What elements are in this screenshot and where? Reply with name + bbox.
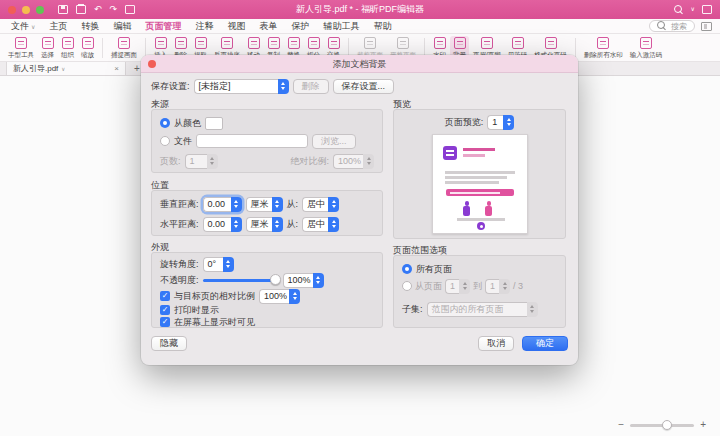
chevron-down-icon[interactable]: ∨ <box>691 5 695 14</box>
illustration-figure <box>463 206 470 216</box>
stepper-arrows-icon[interactable] <box>231 197 242 212</box>
tab-label: 新人引导.pdf <box>13 63 58 74</box>
rotation-stepper[interactable]: 0° <box>203 257 234 272</box>
hand-tool-icon <box>15 37 27 49</box>
hide-button[interactable]: 隐藏 <box>151 336 187 351</box>
page-preview-stepper[interactable]: 1 <box>487 115 514 130</box>
zoom-out-button[interactable]: − <box>618 420 624 430</box>
reading-view-icon[interactable] <box>701 22 712 31</box>
opacity-slider-knob[interactable] <box>270 274 281 285</box>
dialog-title: 添加文档背景 <box>141 58 578 71</box>
relative-scale-checkbox[interactable]: ✓ <box>160 291 170 301</box>
opacity-stepper[interactable]: 100% <box>283 273 324 288</box>
zoom-slider[interactable] <box>630 424 694 427</box>
delete-icon <box>175 37 187 49</box>
popup-arrows-icon[interactable] <box>328 217 339 232</box>
document-logo-icon <box>443 146 457 160</box>
cancel-button[interactable]: 取消 <box>478 336 514 351</box>
insert-icon <box>155 37 167 49</box>
menu-item-help[interactable]: 帮助 <box>366 19 398 33</box>
toolbar-item-snapshot[interactable]: 捕捉画面 <box>108 36 140 61</box>
page-range-radio[interactable] <box>402 281 412 291</box>
stepper-arrows-icon[interactable] <box>289 289 300 304</box>
popup-arrows-icon[interactable] <box>272 217 283 232</box>
vertical-from-select[interactable]: 居中 <box>302 197 339 212</box>
popup-arrows-icon[interactable] <box>272 197 283 212</box>
watermark-icon <box>434 37 446 49</box>
color-well[interactable] <box>205 117 223 130</box>
popup-arrows-icon[interactable] <box>328 197 339 212</box>
account-icon[interactable] <box>702 5 712 14</box>
email-icon[interactable] <box>125 5 135 14</box>
stepper-arrows-icon[interactable] <box>231 217 242 232</box>
snapshot-icon <box>118 37 130 49</box>
stepper-arrows-icon[interactable] <box>313 273 324 288</box>
stepper-arrows-icon <box>459 279 470 294</box>
menu-item-view[interactable]: 视图 <box>220 19 252 33</box>
from-color-radio[interactable] <box>160 118 170 128</box>
save-settings-select[interactable]: [未指定] <box>194 79 289 94</box>
toolbar-item-select[interactable]: 选择 <box>38 36 57 61</box>
stepper-arrows-icon <box>363 154 374 169</box>
swap-icon <box>328 37 340 49</box>
zoom-in-button[interactable]: + <box>700 420 706 430</box>
bates-icon <box>512 37 524 49</box>
stepper-arrows-icon[interactable] <box>503 115 514 130</box>
save-icon[interactable] <box>58 5 68 14</box>
window-zoom-button[interactable] <box>36 6 44 14</box>
window-close-button[interactable] <box>8 6 16 14</box>
menu-item-convert[interactable]: 转换 <box>74 19 106 33</box>
search-icon[interactable] <box>674 5 684 15</box>
menu-item-page-management[interactable]: 页面管理 <box>138 19 188 33</box>
menu-item-accessibility[interactable]: 辅助工具 <box>316 19 366 33</box>
search-box[interactable]: 搜索 <box>649 20 695 32</box>
popup-arrows-icon <box>278 79 289 94</box>
toolbar-item-remove-all-watermarks[interactable]: 删除所有水印 <box>581 36 626 61</box>
menu-item-form[interactable]: 表单 <box>252 19 284 33</box>
print-icon[interactable] <box>76 5 86 14</box>
chevron-down-icon[interactable]: ∨ <box>61 66 65 72</box>
zoom-slider-knob[interactable] <box>662 420 672 430</box>
save-settings-button[interactable]: 保存设置... <box>333 79 395 94</box>
vertical-unit-select[interactable]: 厘米 <box>246 197 283 212</box>
horizontal-distance-stepper[interactable]: 0.00 <box>203 217 242 232</box>
file-path-input[interactable] <box>196 134 308 148</box>
from-color-label: 从颜色 <box>174 117 201 130</box>
from-file-radio[interactable] <box>160 136 170 146</box>
ok-button[interactable]: 确定 <box>522 336 568 351</box>
opacity-slider[interactable] <box>203 279 279 282</box>
menu-item-protect[interactable]: 保护 <box>284 19 316 33</box>
vertical-distance-label: 垂直距离: <box>160 198 199 211</box>
document-tab[interactable]: 新人引导.pdf ∨ × <box>6 62 126 75</box>
horizontal-distance-label: 水平距离: <box>160 218 199 231</box>
menu-item-edit[interactable]: 编辑 <box>106 19 138 33</box>
window-title: 新人引导.pdf * - 福昕PDF编辑器 <box>296 3 424 16</box>
vertical-from-label: 从: <box>287 198 299 211</box>
crop-pages-icon <box>364 37 376 49</box>
illustration-figure <box>485 206 492 216</box>
search-icon <box>657 21 667 31</box>
toolbar-item-zoom[interactable]: 缩放 <box>78 36 97 61</box>
menu-item-file[interactable]: 文件∨ <box>4 19 42 33</box>
toolbar-item-enter-activation-code[interactable]: 输入激活码 <box>627 36 666 61</box>
menu-item-home[interactable]: 主页 <box>42 19 74 33</box>
reverse-order-icon <box>221 37 233 49</box>
horizontal-from-label: 从: <box>287 218 299 231</box>
undo-icon[interactable]: ↶ <box>94 5 102 14</box>
horizontal-from-select[interactable]: 居中 <box>302 217 339 232</box>
relative-scale-stepper[interactable]: 100% <box>259 289 300 304</box>
toolbar-item-organize[interactable]: 组织 <box>58 36 77 61</box>
all-pages-radio[interactable] <box>402 264 412 274</box>
page-preview-label: 页面预览: <box>445 116 484 129</box>
menu-item-comment[interactable]: 注释 <box>188 19 220 33</box>
close-tab-icon[interactable]: × <box>114 64 119 73</box>
horizontal-unit-select[interactable]: 厘米 <box>246 217 283 232</box>
window-minimize-button[interactable] <box>22 6 30 14</box>
menubar: 文件∨主页转换编辑页面管理注释视图表单保护辅助工具帮助 搜索 <box>0 19 720 34</box>
redo-icon[interactable]: ↷ <box>110 5 118 14</box>
stepper-arrows-icon[interactable] <box>223 257 234 272</box>
toolbar-item-hand-tool[interactable]: 手型工具 <box>5 36 37 61</box>
show-on-screen-checkbox[interactable]: ✓ <box>160 317 170 327</box>
vertical-distance-stepper[interactable]: 0.00 <box>203 197 242 212</box>
organize-icon <box>62 37 74 49</box>
